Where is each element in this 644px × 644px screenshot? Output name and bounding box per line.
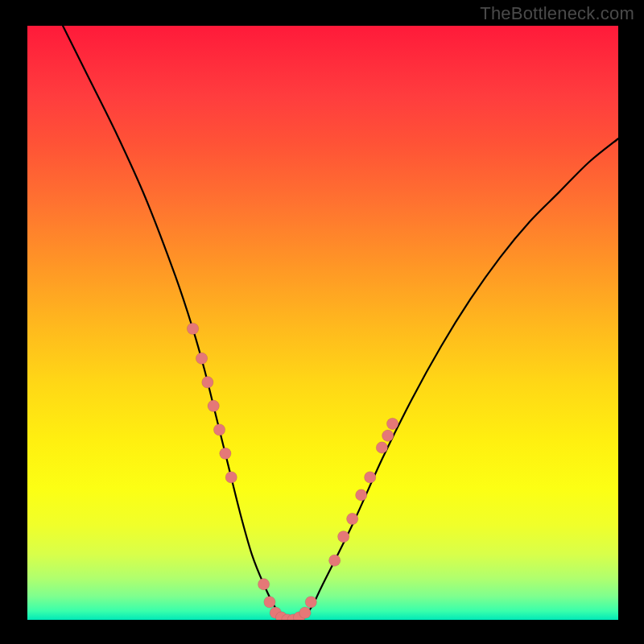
data-dot bbox=[187, 323, 198, 334]
data-dot bbox=[305, 597, 316, 608]
data-dot bbox=[382, 430, 394, 441]
chart-container: TheBottleneck.com bbox=[0, 0, 644, 644]
data-dot bbox=[220, 448, 231, 459]
data-dot bbox=[328, 555, 340, 566]
data-dot bbox=[386, 418, 398, 429]
data-dot bbox=[258, 579, 269, 590]
data-dot bbox=[337, 530, 349, 542]
data-dot bbox=[356, 489, 367, 501]
data-dot bbox=[196, 353, 207, 364]
data-dots bbox=[187, 323, 398, 620]
data-dot bbox=[225, 472, 237, 483]
bottleneck-curve bbox=[63, 26, 618, 620]
data-dot bbox=[264, 597, 275, 608]
data-dot bbox=[376, 442, 387, 453]
data-dot bbox=[208, 400, 219, 411]
curve-svg bbox=[27, 26, 618, 620]
data-dot bbox=[213, 424, 225, 436]
data-dot bbox=[299, 607, 311, 618]
data-dot bbox=[347, 513, 358, 524]
watermark-text: TheBottleneck.com bbox=[480, 3, 634, 24]
data-dot bbox=[365, 472, 376, 483]
plot-area bbox=[27, 26, 618, 620]
data-dot bbox=[202, 377, 213, 388]
